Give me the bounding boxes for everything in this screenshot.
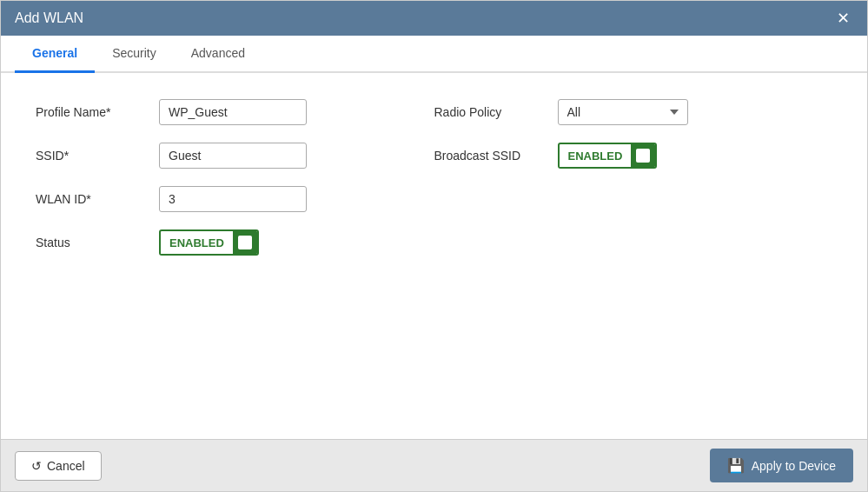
- broadcast-ssid-toggle[interactable]: ENABLED: [558, 143, 658, 169]
- broadcast-ssid-row: Broadcast SSID ENABLED: [434, 143, 833, 169]
- broadcast-ssid-label: Broadcast SSID: [434, 149, 547, 163]
- tab-content-general: Profile Name* SSID* WLAN ID*: [1, 73, 867, 439]
- status-toggle[interactable]: ENABLED: [159, 229, 259, 256]
- wlan-id-input[interactable]: [159, 186, 307, 212]
- modal-title: Add WLAN: [15, 10, 83, 26]
- undo-icon: ↺: [31, 459, 42, 473]
- tab-general[interactable]: General: [15, 36, 95, 73]
- status-toggle-switch: [233, 231, 257, 254]
- profile-name-input[interactable]: [159, 99, 307, 125]
- tab-advanced[interactable]: Advanced: [174, 36, 262, 73]
- form-left-column: Profile Name* SSID* WLAN ID*: [36, 99, 434, 256]
- form-grid: Profile Name* SSID* WLAN ID*: [36, 99, 832, 256]
- broadcast-ssid-toggle-switch: [631, 144, 655, 167]
- apply-label: Apply to Device: [752, 459, 836, 473]
- tabs-bar: General Security Advanced: [1, 36, 867, 73]
- save-icon: 💾: [727, 457, 745, 474]
- radio-policy-row: Radio Policy All 2.4 GHz 5 GHz: [434, 99, 833, 125]
- ssid-input[interactable]: [159, 143, 307, 169]
- tab-security[interactable]: Security: [95, 36, 174, 73]
- status-label: Status: [36, 236, 149, 249]
- ssid-row: SSID*: [36, 143, 434, 169]
- radio-policy-label: Radio Policy: [434, 105, 547, 119]
- cancel-label: Cancel: [47, 459, 85, 473]
- apply-to-device-button[interactable]: 💾 Apply to Device: [710, 449, 853, 482]
- radio-policy-select[interactable]: All 2.4 GHz 5 GHz: [558, 99, 688, 125]
- wlan-id-row: WLAN ID*: [36, 186, 434, 212]
- modal-header: Add WLAN ✕: [1, 1, 867, 36]
- status-row: Status ENABLED: [36, 229, 434, 256]
- form-right-column: Radio Policy All 2.4 GHz 5 GHz Broadcast…: [434, 99, 833, 256]
- wlan-id-label: WLAN ID*: [36, 192, 149, 206]
- status-toggle-indicator: [238, 236, 252, 249]
- cancel-button[interactable]: ↺ Cancel: [15, 451, 102, 481]
- close-button[interactable]: ✕: [833, 10, 853, 26]
- ssid-label: SSID*: [36, 149, 149, 163]
- profile-name-row: Profile Name*: [36, 99, 434, 125]
- broadcast-ssid-toggle-label: ENABLED: [560, 145, 632, 167]
- status-toggle-label: ENABLED: [161, 232, 233, 254]
- modal-footer: ↺ Cancel 💾 Apply to Device: [1, 439, 867, 491]
- modal: Add WLAN ✕ General Security Advanced Pro…: [0, 0, 868, 492]
- profile-name-label: Profile Name*: [36, 105, 149, 119]
- modal-body: General Security Advanced Profile Name* …: [1, 36, 867, 439]
- broadcast-ssid-toggle-indicator: [636, 149, 650, 163]
